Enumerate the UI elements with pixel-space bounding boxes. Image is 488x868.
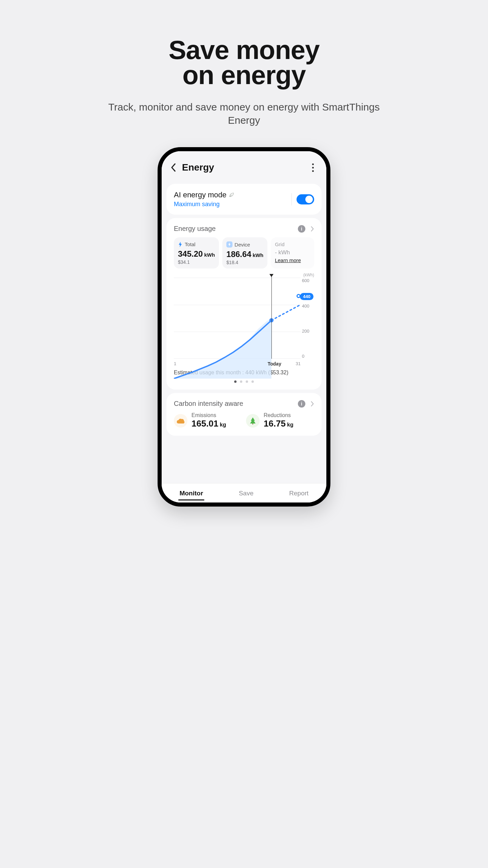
carousel-dot[interactable]: [234, 380, 237, 383]
carousel-dots[interactable]: [174, 380, 314, 383]
xtick-start: 1: [174, 361, 176, 366]
chevron-right-icon[interactable]: [311, 401, 314, 407]
hero-title: Save money on energy: [105, 37, 383, 87]
xtick-today: Today: [268, 361, 281, 367]
tab-monitor[interactable]: Monitor: [176, 490, 207, 497]
cloud-icon: [174, 414, 187, 428]
carbon-emissions: Emissions 165.01 kg: [174, 412, 242, 429]
emissions-unit: kg: [220, 422, 226, 428]
ai-mode-toggle[interactable]: [297, 194, 314, 204]
info-icon[interactable]: i: [298, 225, 305, 233]
more-icon[interactable]: [307, 162, 318, 173]
ai-energy-mode-card[interactable]: AI energy mode Maximum saving: [166, 184, 322, 215]
carbon-reductions: Reductions 16.75 kg: [246, 412, 314, 429]
stat-device-cost: $18.4: [226, 260, 263, 265]
chart-x-ticks: 1 Today 31: [174, 361, 301, 366]
stat-device-label: Device: [235, 242, 250, 248]
ytick: 200: [302, 329, 314, 334]
tree-icon: [246, 414, 260, 428]
ytick: 600: [302, 278, 314, 283]
device-icon: [226, 241, 232, 248]
chart-point-badge: 440: [300, 293, 313, 300]
stat-total-label: Total: [185, 241, 196, 247]
reductions-unit: kg: [287, 422, 293, 428]
phone-frame: Energy AI energy mode Maximum saving: [158, 147, 330, 507]
leaf-icon: [228, 192, 235, 198]
stat-device-value: 186.64: [226, 250, 251, 259]
hero-title-line2: on energy: [182, 60, 306, 90]
carbon-card: Carbon intensity aware i Emissions: [166, 393, 322, 436]
chart-today-marker: [271, 275, 272, 359]
energy-usage-title: Energy usage: [174, 225, 298, 233]
page-title: Energy: [182, 162, 214, 173]
tab-report[interactable]: Report: [286, 490, 312, 497]
emissions-label: Emissions: [191, 412, 226, 418]
stat-total-unit: kWh: [204, 252, 215, 258]
usage-stats-row: Total 345.20 kWh $34.1 D: [174, 237, 314, 269]
stat-total-cost: $34.1: [178, 259, 215, 265]
stat-grid[interactable]: Grid - kWh Learn more: [271, 237, 314, 269]
carousel-dot[interactable]: [240, 380, 242, 383]
ai-mode-title: AI energy mode: [174, 191, 226, 199]
chevron-right-icon[interactable]: [311, 226, 314, 232]
usage-chart: (kWh) 600 400 200 0: [174, 275, 314, 366]
tab-save[interactable]: Save: [236, 490, 257, 497]
ytick: 400: [302, 303, 314, 309]
divider: [291, 193, 292, 205]
carousel-dot[interactable]: [246, 380, 248, 383]
stat-total[interactable]: Total 345.20 kWh $34.1: [174, 237, 219, 269]
info-icon[interactable]: i: [298, 400, 305, 408]
back-icon[interactable]: [166, 161, 180, 174]
svg-rect-1: [252, 423, 253, 425]
ytick: 0: [302, 354, 314, 359]
bottom-tabs: Monitor Save Report: [162, 483, 326, 502]
bolt-icon: [178, 242, 183, 247]
energy-usage-card: Energy usage i Total: [166, 218, 322, 390]
reductions-value: 16.75: [264, 418, 286, 429]
grid-learn-more-link[interactable]: Learn more: [275, 257, 301, 263]
stat-device-unit: kWh: [252, 252, 263, 258]
carousel-dot[interactable]: [251, 380, 254, 383]
stat-grid-value: - kWh: [275, 249, 290, 256]
chart-y-unit: (kWh): [303, 273, 314, 277]
hero-subtitle: Track, monitor and save money on energy …: [105, 100, 383, 127]
stat-device[interactable]: Device 186.64 kWh $18.4: [222, 237, 267, 269]
chart-y-ticks: 600 400 200 0: [302, 278, 314, 359]
ai-mode-subtitle: Maximum saving: [174, 201, 287, 208]
emissions-value: 165.01: [191, 418, 219, 429]
reductions-label: Reductions: [264, 412, 293, 418]
stat-grid-label: Grid: [275, 241, 284, 247]
carbon-title: Carbon intensity aware: [174, 400, 298, 408]
xtick-end: 31: [296, 361, 301, 366]
app-header: Energy: [162, 151, 326, 180]
stat-total-value: 345.20: [178, 249, 203, 259]
